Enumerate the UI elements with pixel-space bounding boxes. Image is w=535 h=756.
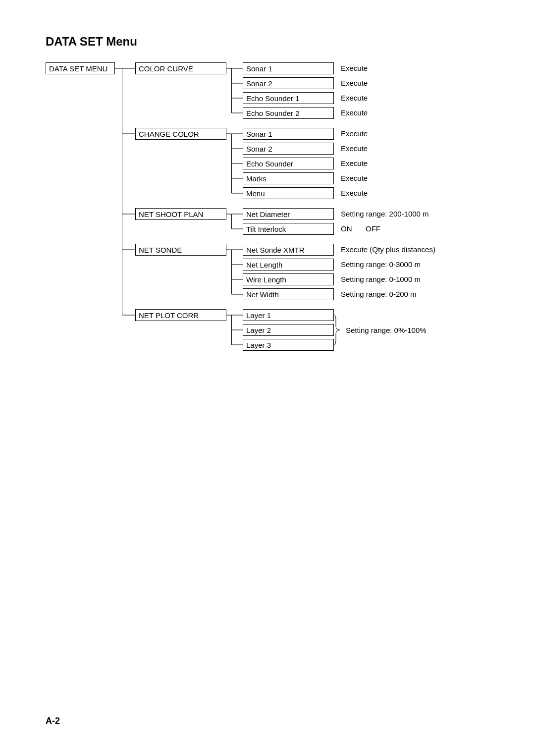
value-1-2: Execute: [341, 159, 368, 167]
item-0-1: Sonar 2: [243, 77, 334, 89]
item-0-0: Sonar 1: [243, 62, 334, 74]
value-1-4: Execute: [341, 189, 368, 197]
item-2-0: Net Diameter: [243, 208, 334, 220]
item-3-2: Wire Length: [243, 273, 334, 285]
item-0-3: Echo Sounder 2: [243, 107, 334, 119]
value2-2-1: OFF: [366, 224, 380, 233]
page-number: A-2: [46, 716, 60, 726]
root-menu: DATA SET MENU: [46, 62, 115, 74]
value-0-0: Execute: [341, 64, 368, 72]
value-3-0: Execute (Qty plus distances): [341, 245, 435, 254]
item-3-0: Net Sonde XMTR: [243, 244, 334, 256]
value-0-3: Execute: [341, 108, 368, 117]
item-4-1: Layer 2: [243, 324, 334, 336]
value-3-2: Setting range: 0-1000 m: [341, 275, 421, 283]
item-4-0: Layer 1: [243, 309, 334, 321]
item-2-1: Tilt Interlock: [243, 223, 334, 235]
group-4: NET PLOT CORR: [135, 309, 226, 321]
group-0: COLOR CURVE: [135, 62, 226, 74]
item-1-0: Sonar 1: [243, 128, 334, 140]
item-4-2: Layer 3: [243, 339, 334, 351]
value-3-1: Setting range: 0-3000 m: [341, 260, 421, 269]
item-1-3: Marks: [243, 172, 334, 184]
item-0-2: Echo Sounder 1: [243, 92, 334, 104]
value-3-3: Setting range: 0-200 m: [341, 290, 417, 298]
group-2: NET SHOOT PLAN: [135, 208, 226, 220]
group-3: NET SONDE: [135, 244, 226, 256]
value-1-1: Execute: [341, 144, 368, 153]
value-0-1: Execute: [341, 79, 368, 87]
value-1-3: Execute: [341, 174, 368, 182]
item-3-3: Net Width: [243, 288, 334, 300]
group-1: CHANGE COLOR: [135, 128, 226, 140]
shared-value-4: Setting range: 0%-100%: [346, 326, 427, 334]
value-2-1: ON: [341, 224, 352, 233]
item-3-1: Net Length: [243, 259, 334, 270]
item-1-2: Echo Sounder: [243, 158, 334, 169]
value-1-0: Execute: [341, 129, 368, 138]
item-1-1: Sonar 2: [243, 143, 334, 155]
value-0-2: Execute: [341, 94, 368, 102]
item-1-4: Menu: [243, 187, 334, 199]
value-2-0: Setting range: 200-1000 m: [341, 210, 429, 218]
